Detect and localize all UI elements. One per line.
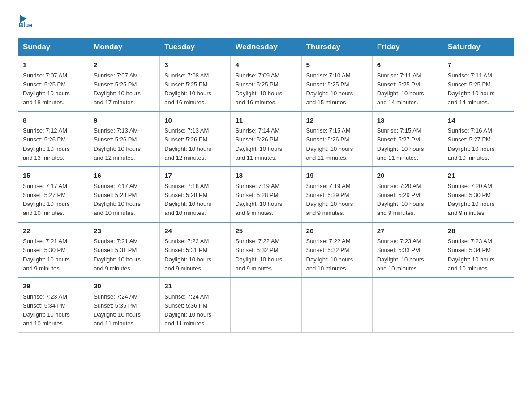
day-number: 11 (235, 116, 296, 126)
calendar-cell (372, 277, 443, 332)
day-info: Sunrise: 7:22 AMSunset: 5:32 PMDaylight:… (306, 238, 353, 272)
calendar-cell (301, 277, 372, 332)
day-info: Sunrise: 7:09 AMSunset: 5:25 PMDaylight:… (235, 72, 282, 106)
calendar-cell: 19 Sunrise: 7:19 AMSunset: 5:29 PMDaylig… (301, 167, 372, 222)
day-info: Sunrise: 7:22 AMSunset: 5:31 PMDaylight:… (164, 238, 211, 272)
day-number: 2 (94, 60, 155, 70)
day-number: 12 (306, 116, 368, 126)
calendar-cell: 7 Sunrise: 7:11 AMSunset: 5:25 PMDayligh… (443, 56, 514, 111)
calendar-week-row: 1 Sunrise: 7:07 AMSunset: 5:25 PMDayligh… (18, 56, 514, 111)
day-info: Sunrise: 7:23 AMSunset: 5:33 PMDaylight:… (377, 238, 424, 272)
day-info: Sunrise: 7:18 AMSunset: 5:28 PMDaylight:… (164, 183, 211, 217)
calendar-cell: 6 Sunrise: 7:11 AMSunset: 5:25 PMDayligh… (372, 56, 443, 111)
day-number: 15 (23, 171, 84, 181)
day-number: 14 (448, 116, 509, 126)
day-info: Sunrise: 7:12 AMSunset: 5:26 PMDaylight:… (23, 127, 70, 161)
calendar-cell: 15 Sunrise: 7:17 AMSunset: 5:27 PMDaylig… (18, 167, 89, 222)
header-saturday: Saturday (443, 38, 514, 56)
day-number: 5 (306, 60, 368, 70)
day-info: Sunrise: 7:24 AMSunset: 5:35 PMDaylight:… (94, 293, 141, 327)
calendar-cell: 8 Sunrise: 7:12 AMSunset: 5:26 PMDayligh… (18, 111, 89, 167)
day-info: Sunrise: 7:19 AMSunset: 5:28 PMDaylight:… (235, 183, 282, 217)
day-info: Sunrise: 7:15 AMSunset: 5:27 PMDaylight:… (377, 127, 424, 161)
calendar-header-row: SundayMondayTuesdayWednesdayThursdayFrid… (18, 38, 514, 56)
day-info: Sunrise: 7:11 AMSunset: 5:25 PMDaylight:… (377, 72, 424, 106)
calendar-table: SundayMondayTuesdayWednesdayThursdayFrid… (18, 38, 514, 333)
calendar-cell: 20 Sunrise: 7:20 AMSunset: 5:29 PMDaylig… (372, 167, 443, 222)
calendar-cell (443, 277, 514, 332)
day-number: 6 (377, 60, 438, 70)
day-number: 13 (377, 116, 438, 126)
calendar-cell: 4 Sunrise: 7:09 AMSunset: 5:25 PMDayligh… (231, 56, 301, 111)
calendar-week-row: 29 Sunrise: 7:23 AMSunset: 5:34 PMDaylig… (18, 277, 514, 332)
day-number: 10 (164, 116, 226, 126)
calendar-cell: 27 Sunrise: 7:23 AMSunset: 5:33 PMDaylig… (372, 222, 443, 278)
day-number: 8 (23, 116, 84, 126)
calendar-cell: 2 Sunrise: 7:07 AMSunset: 5:25 PMDayligh… (89, 56, 160, 111)
header-monday: Monday (89, 38, 160, 56)
calendar-cell: 9 Sunrise: 7:13 AMSunset: 5:26 PMDayligh… (89, 111, 160, 167)
day-info: Sunrise: 7:15 AMSunset: 5:26 PMDaylight:… (306, 127, 353, 161)
calendar-cell: 29 Sunrise: 7:23 AMSunset: 5:34 PMDaylig… (18, 277, 89, 332)
day-number: 30 (94, 281, 155, 291)
day-number: 21 (448, 171, 509, 181)
day-info: Sunrise: 7:24 AMSunset: 5:36 PMDaylight:… (164, 293, 211, 327)
day-number: 3 (164, 60, 226, 70)
day-number: 20 (377, 171, 438, 181)
calendar-cell: 21 Sunrise: 7:20 AMSunset: 5:30 PMDaylig… (443, 167, 514, 222)
calendar-cell: 11 Sunrise: 7:14 AMSunset: 5:26 PMDaylig… (231, 111, 301, 167)
day-info: Sunrise: 7:13 AMSunset: 5:26 PMDaylight:… (94, 127, 141, 161)
calendar-cell: 24 Sunrise: 7:22 AMSunset: 5:31 PMDaylig… (160, 222, 231, 278)
day-number: 18 (235, 171, 296, 181)
day-number: 26 (306, 226, 368, 236)
day-info: Sunrise: 7:17 AMSunset: 5:27 PMDaylight:… (23, 183, 70, 217)
calendar-cell: 28 Sunrise: 7:23 AMSunset: 5:34 PMDaylig… (443, 222, 514, 278)
day-number: 19 (306, 171, 368, 181)
calendar-cell: 25 Sunrise: 7:22 AMSunset: 5:32 PMDaylig… (231, 222, 301, 278)
day-info: Sunrise: 7:19 AMSunset: 5:29 PMDaylight:… (306, 183, 353, 217)
day-info: Sunrise: 7:21 AMSunset: 5:30 PMDaylight:… (23, 238, 70, 272)
header-thursday: Thursday (301, 38, 372, 56)
day-info: Sunrise: 7:07 AMSunset: 5:25 PMDaylight:… (94, 72, 141, 106)
day-number: 16 (94, 171, 155, 181)
day-number: 17 (164, 171, 226, 181)
calendar-cell: 1 Sunrise: 7:07 AMSunset: 5:25 PMDayligh… (18, 56, 89, 111)
day-number: 24 (164, 226, 226, 236)
calendar-cell (231, 277, 301, 332)
day-number: 29 (23, 281, 84, 291)
header-wednesday: Wednesday (231, 38, 301, 56)
calendar-cell: 23 Sunrise: 7:21 AMSunset: 5:31 PMDaylig… (89, 222, 160, 278)
day-info: Sunrise: 7:11 AMSunset: 5:25 PMDaylight:… (448, 72, 495, 106)
day-number: 25 (235, 226, 296, 236)
day-number: 23 (94, 226, 155, 236)
day-info: Sunrise: 7:22 AMSunset: 5:32 PMDaylight:… (235, 238, 282, 272)
day-number: 4 (235, 60, 296, 70)
calendar-cell: 30 Sunrise: 7:24 AMSunset: 5:35 PMDaylig… (89, 277, 160, 332)
day-info: Sunrise: 7:20 AMSunset: 5:30 PMDaylight:… (448, 183, 495, 217)
calendar-cell: 22 Sunrise: 7:21 AMSunset: 5:30 PMDaylig… (18, 222, 89, 278)
day-info: Sunrise: 7:14 AMSunset: 5:26 PMDaylight:… (235, 127, 282, 161)
calendar-cell: 16 Sunrise: 7:17 AMSunset: 5:28 PMDaylig… (89, 167, 160, 222)
day-info: Sunrise: 7:23 AMSunset: 5:34 PMDaylight:… (23, 293, 70, 327)
day-number: 9 (94, 116, 155, 126)
day-info: Sunrise: 7:17 AMSunset: 5:28 PMDaylight:… (94, 183, 141, 217)
calendar-cell: 5 Sunrise: 7:10 AMSunset: 5:25 PMDayligh… (301, 56, 372, 111)
header-tuesday: Tuesday (160, 38, 231, 56)
calendar-week-row: 22 Sunrise: 7:21 AMSunset: 5:30 PMDaylig… (18, 222, 514, 278)
day-info: Sunrise: 7:16 AMSunset: 5:27 PMDaylight:… (448, 127, 495, 161)
day-number: 1 (23, 60, 84, 70)
header-sunday: Sunday (18, 38, 89, 56)
day-number: 27 (377, 226, 438, 236)
day-info: Sunrise: 7:10 AMSunset: 5:25 PMDaylight:… (306, 72, 353, 106)
header-friday: Friday (372, 38, 443, 56)
day-number: 31 (164, 281, 226, 291)
day-number: 7 (448, 60, 509, 70)
logo: Blue (18, 13, 32, 29)
calendar-cell: 26 Sunrise: 7:22 AMSunset: 5:32 PMDaylig… (301, 222, 372, 278)
logo-subtitle: Blue (19, 21, 32, 29)
day-number: 28 (448, 226, 509, 236)
calendar-cell: 12 Sunrise: 7:15 AMSunset: 5:26 PMDaylig… (301, 111, 372, 167)
calendar-cell: 3 Sunrise: 7:08 AMSunset: 5:25 PMDayligh… (160, 56, 231, 111)
calendar-week-row: 15 Sunrise: 7:17 AMSunset: 5:27 PMDaylig… (18, 167, 514, 222)
calendar-cell: 13 Sunrise: 7:15 AMSunset: 5:27 PMDaylig… (372, 111, 443, 167)
